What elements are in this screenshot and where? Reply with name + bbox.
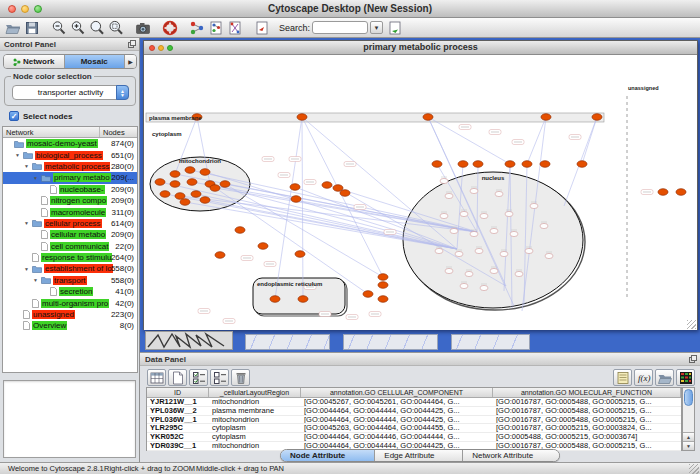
background-window-fragment[interactable]: [145, 331, 233, 350]
selected-network-node[interactable]: [200, 197, 210, 204]
table-row[interactable]: YLR295Ccytoplasm[GO:0045263, GO:0044464,…: [147, 424, 681, 433]
selected-network-node[interactable]: [322, 182, 332, 189]
column-header[interactable]: ID: [147, 388, 209, 397]
attribute-table-icon[interactable]: [147, 369, 166, 386]
snapshot-camera-icon[interactable]: [133, 19, 152, 37]
network-node[interactable]: [540, 223, 548, 228]
tab-network-attribute-browser[interactable]: Network Attribute Browser: [463, 450, 559, 461]
network-node[interactable]: [455, 251, 463, 256]
vizmapper-icon[interactable]: [187, 19, 206, 37]
tab-mosaic[interactable]: Mosaic: [65, 55, 126, 68]
node-color-dropdown[interactable]: transporter activity ▲▼: [12, 85, 129, 100]
background-window-fragment[interactable]: [343, 334, 438, 350]
zoom-out-icon[interactable]: [49, 19, 68, 37]
minimize-icon[interactable]: [158, 45, 164, 51]
network-node[interactable]: [435, 248, 443, 253]
selected-network-node[interactable]: [378, 274, 388, 281]
tree-row[interactable]: ▼transport558(0): [3, 275, 137, 286]
scrollbar-thumb[interactable]: [684, 389, 693, 406]
zoom-selected-icon[interactable]: [106, 19, 125, 37]
selected-network-node[interactable]: [473, 161, 483, 168]
network-node[interactable]: [490, 268, 498, 273]
selected-network-node[interactable]: [175, 193, 185, 200]
network-node[interactable]: [465, 271, 473, 276]
close-icon[interactable]: [149, 45, 155, 51]
tab-edge-attribute-browser[interactable]: Edge Attribute Browser: [375, 450, 463, 461]
tab-node-attribute-browser[interactable]: Node Attribute Browser: [281, 450, 375, 461]
expand-arrow-icon[interactable]: ▼: [32, 277, 39, 283]
table-row[interactable]: YJR121W__1mitochondrion[GO:0045267, GO:0…: [147, 398, 681, 407]
table-row[interactable]: YKR052Ccytoplasm[GO:0044464, GO:0044446,…: [147, 433, 681, 442]
network-canvas[interactable]: plasma membranecytoplasmmitochondrionnuc…: [144, 56, 697, 330]
attribute-batch-icon[interactable]: [613, 369, 632, 386]
selected-network-node[interactable]: [432, 161, 442, 168]
tree-row[interactable]: secretion41(0): [3, 286, 137, 297]
delete-attribute-trash-icon[interactable]: [231, 369, 250, 386]
selected-network-node[interactable]: [378, 296, 388, 303]
tree-column-network[interactable]: Network: [3, 127, 100, 137]
network-node[interactable]: [450, 228, 458, 233]
scroll-down-icon[interactable]: ▼: [683, 441, 694, 450]
minimize-button[interactable]: [21, 5, 29, 13]
function-builder-icon[interactable]: f(x): [634, 369, 653, 386]
expand-arrow-icon[interactable]: ▼: [23, 266, 30, 272]
selected-network-node[interactable]: [270, 296, 280, 303]
tree-row[interactable]: cell communicat22(0): [3, 241, 137, 252]
selected-network-node[interactable]: [458, 161, 468, 168]
save-icon[interactable]: [22, 19, 41, 37]
open-folder-icon[interactable]: [3, 19, 22, 37]
tree-row[interactable]: mosaic-demo-yeast874(0): [3, 138, 137, 149]
tree-row[interactable]: ▼establishment of lo558(0): [3, 263, 137, 274]
selected-network-node[interactable]: [297, 114, 307, 121]
network-node[interactable]: [530, 203, 538, 208]
float-panel-icon[interactable]: [128, 40, 136, 50]
selected-network-node[interactable]: [505, 161, 515, 168]
network-node[interactable]: [480, 213, 488, 218]
unselect-attributes-icon[interactable]: [210, 369, 229, 386]
close-button[interactable]: [8, 5, 16, 13]
table-scrollbar[interactable]: ▲ ▼: [682, 387, 695, 451]
network-node[interactable]: [475, 248, 483, 253]
selected-network-node[interactable]: [170, 181, 180, 188]
selected-network-node[interactable]: [340, 190, 350, 197]
tree-row[interactable]: ▼metabolic process280(0): [3, 161, 137, 172]
tree-row[interactable]: nucleobase-209(0): [3, 184, 137, 195]
tree-row[interactable]: multi-organism pro42(0): [3, 297, 137, 308]
selected-network-node[interactable]: [180, 199, 190, 206]
selected-network-node[interactable]: [291, 196, 301, 203]
select-attributes-icon[interactable]: [189, 369, 208, 386]
tree-row[interactable]: unassigned223(0): [3, 309, 137, 320]
tree-row[interactable]: Overview8(0): [3, 320, 137, 331]
search-dropdown-arrow[interactable]: ▼: [370, 21, 383, 34]
network-view-window[interactable]: primary metabolic process plasma membran…: [143, 40, 698, 330]
layout-edges-icon[interactable]: [225, 19, 244, 37]
selected-network-node[interactable]: [541, 114, 551, 121]
network-node[interactable]: [510, 231, 518, 236]
selected-network-node[interactable]: [185, 167, 195, 174]
network-node[interactable]: [545, 253, 553, 258]
tree-row[interactable]: ▼cellular process614(0): [3, 218, 137, 229]
column-header[interactable]: _cellularLayoutRegion: [209, 388, 301, 397]
selected-network-node[interactable]: [658, 189, 668, 196]
network-node[interactable]: [470, 188, 478, 193]
selected-network-node[interactable]: [363, 291, 373, 298]
selected-network-node[interactable]: [258, 243, 268, 250]
background-window-fragment[interactable]: [245, 334, 330, 350]
network-node[interactable]: [525, 248, 533, 253]
network-node[interactable]: [515, 271, 523, 276]
selected-network-node[interactable]: [210, 185, 220, 192]
resize-grip-icon[interactable]: [687, 320, 696, 329]
selected-network-node[interactable]: [200, 169, 210, 176]
expand-arrow-icon[interactable]: ▼: [23, 163, 30, 169]
network-node[interactable]: [490, 228, 498, 233]
selected-network-node[interactable]: [295, 251, 305, 258]
scroll-up-icon[interactable]: ▲: [683, 432, 694, 441]
column-header[interactable]: annotation.GO MOLECULAR_FUNCTION: [493, 388, 681, 397]
tree-row[interactable]: cellular metabo209(0): [3, 229, 137, 240]
network-node[interactable]: [495, 191, 503, 196]
selected-network-node[interactable]: [215, 252, 225, 259]
selected-network-node[interactable]: [592, 114, 602, 121]
selected-network-node[interactable]: [378, 282, 388, 289]
tab-network[interactable]: Network: [4, 55, 65, 68]
selected-network-node[interactable]: [577, 161, 587, 168]
